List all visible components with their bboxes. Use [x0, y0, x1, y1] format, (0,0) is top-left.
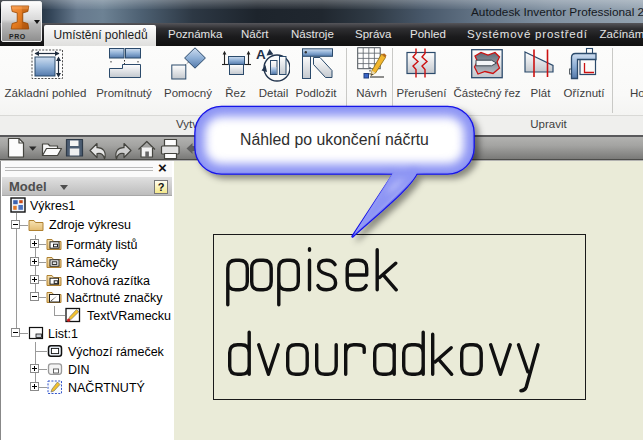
svg-text:Náhled po ukončení náčrtu: Náhled po ukončení náčrtu: [240, 131, 429, 148]
svg-text:A: A: [256, 47, 266, 62]
